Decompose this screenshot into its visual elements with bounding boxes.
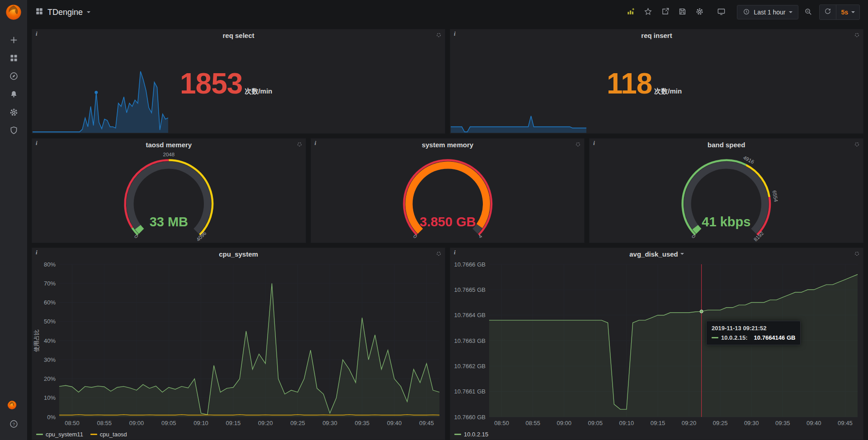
tooltip-value: 10.7664146 GB bbox=[754, 334, 796, 341]
panel-title[interactable]: cpu_system bbox=[219, 250, 258, 258]
panel-info-icon[interactable] bbox=[36, 140, 38, 147]
stat-value-group: 118 次数/min bbox=[607, 69, 682, 98]
zoom-out-icon bbox=[804, 7, 812, 17]
panel-loading-spinner-icon bbox=[436, 250, 442, 258]
panel-header-system-memory[interactable]: system memory bbox=[311, 139, 585, 150]
svg-text:0: 0 bbox=[412, 234, 418, 239]
panel-loading-spinner-icon bbox=[575, 141, 581, 149]
panel-band-speed: band speed 049166554819241 kbps bbox=[589, 138, 863, 243]
svg-text:10.7660 GB: 10.7660 GB bbox=[454, 414, 486, 421]
panel-header-taosd-memory[interactable]: taosd memery bbox=[32, 139, 306, 150]
panel-header-req-insert[interactable]: req insert bbox=[450, 29, 863, 41]
tv-mode-button[interactable] bbox=[713, 5, 729, 19]
grafana-logo[interactable] bbox=[4, 3, 23, 22]
refresh-interval-dropdown[interactable]: 5s bbox=[836, 5, 859, 19]
panel-body: 10.7660 GB10.7661 GB10.7662 GB10.7663 GB… bbox=[450, 260, 863, 440]
dashboard-grid: req select 1853 次数/min req insert bbox=[27, 24, 868, 440]
tooltip-series-name: 10.0.2.15: bbox=[721, 334, 748, 341]
svg-text:09:10: 09:10 bbox=[619, 420, 634, 426]
svg-text:09:45: 09:45 bbox=[838, 420, 853, 426]
panel-title[interactable]: system memory bbox=[422, 141, 473, 149]
time-range-picker[interactable]: Last 1 hour bbox=[737, 5, 798, 19]
save-icon bbox=[678, 7, 687, 17]
svg-text:09:35: 09:35 bbox=[775, 420, 790, 426]
sidebar-item-alerting[interactable] bbox=[5, 86, 22, 104]
navbar-actions: Last 1 hour 5s bbox=[623, 5, 860, 20]
legend-item-host[interactable]: 10.0.2.15 bbox=[454, 431, 488, 438]
sidebar-item-create[interactable] bbox=[5, 32, 22, 50]
panel-title[interactable]: taosd memery bbox=[146, 141, 192, 149]
cpu-system-line-chart[interactable]: 0%10%20%30%40%50%60%70%80%08:5008:5509:0… bbox=[32, 260, 445, 429]
panel-info-icon[interactable] bbox=[315, 140, 316, 147]
svg-text:20%: 20% bbox=[44, 375, 56, 382]
dashboard-grid-icon bbox=[35, 7, 43, 17]
panel-req-insert: req insert 118 次数/min bbox=[450, 29, 863, 134]
stat-unit: 次数/min bbox=[654, 87, 682, 96]
share-button[interactable] bbox=[657, 5, 673, 19]
time-range-label: Last 1 hour bbox=[754, 9, 785, 16]
panel-info-icon[interactable] bbox=[454, 249, 456, 256]
dashboard-settings-button[interactable] bbox=[692, 5, 707, 19]
share-icon bbox=[661, 7, 670, 17]
tooltip-series-row: 10.0.2.15: 10.7664146 GB bbox=[712, 334, 795, 341]
side-menu: ? bbox=[0, 0, 27, 440]
panel-title[interactable]: req select bbox=[222, 32, 254, 39]
svg-text:10.7664 GB: 10.7664 GB bbox=[454, 312, 486, 318]
avg-disk-used-line-chart[interactable]: 10.7660 GB10.7661 GB10.7662 GB10.7663 GB… bbox=[450, 260, 863, 429]
dashboards-icon bbox=[9, 53, 19, 65]
legend-label: 10.0.2.15 bbox=[464, 431, 488, 438]
svg-text:10.7663 GB: 10.7663 GB bbox=[454, 337, 486, 344]
svg-text:09:00: 09:00 bbox=[129, 420, 144, 426]
add-panel-icon bbox=[627, 7, 635, 17]
zoom-out-button[interactable] bbox=[800, 5, 816, 19]
add-panel-button[interactable] bbox=[623, 5, 638, 19]
sidebar-item-dashboards[interactable] bbox=[5, 50, 22, 68]
svg-text:10.7665 GB: 10.7665 GB bbox=[454, 286, 486, 293]
svg-text:09:00: 09:00 bbox=[557, 420, 571, 426]
svg-text:09:05: 09:05 bbox=[161, 420, 176, 426]
panel-title[interactable]: band speed bbox=[708, 141, 745, 149]
sidebar-item-help[interactable]: ? bbox=[5, 416, 22, 434]
svg-text:使用占比: 使用占比 bbox=[33, 329, 40, 352]
dashboard-title[interactable]: TDengine bbox=[47, 8, 83, 17]
save-button[interactable] bbox=[675, 5, 690, 19]
svg-text:2048: 2048 bbox=[163, 152, 175, 157]
panel-body: 0%10%20%30%40%50%60%70%80%08:5008:5509:0… bbox=[32, 260, 445, 440]
taosd-memory-gauge-chart: 02048409633 MB bbox=[32, 150, 306, 243]
legend-item-cpu-system11[interactable]: cpu_system11 bbox=[36, 431, 83, 438]
svg-text:10.7666 GB: 10.7666 GB bbox=[454, 261, 486, 268]
sidebar-item-profile[interactable] bbox=[5, 398, 22, 416]
svg-text:09:35: 09:35 bbox=[355, 420, 370, 426]
dashboard-picker[interactable]: TDengine bbox=[35, 7, 90, 17]
panel-header-req-select[interactable]: req select bbox=[32, 29, 445, 41]
svg-text:09:40: 09:40 bbox=[387, 420, 402, 426]
panel-header-cpu-system[interactable]: cpu_system bbox=[32, 248, 445, 260]
legend-item-cpu-taosd[interactable]: cpu_taosd bbox=[90, 431, 127, 438]
panel-body: 118 次数/min bbox=[450, 41, 863, 133]
svg-text:08:50: 08:50 bbox=[494, 420, 509, 426]
refresh-button[interactable] bbox=[820, 5, 836, 19]
panel-loading-spinner-icon bbox=[854, 141, 860, 149]
sidebar-item-configuration[interactable] bbox=[5, 104, 22, 122]
dashboard-row-3: cpu_system 0%10%20%30%40%50%60%70%80%08:… bbox=[32, 248, 863, 440]
panel-header-band-speed[interactable]: band speed bbox=[590, 139, 863, 150]
svg-text:09:10: 09:10 bbox=[193, 420, 208, 426]
svg-text:09:25: 09:25 bbox=[713, 420, 728, 426]
star-button[interactable] bbox=[640, 5, 656, 19]
panel-title[interactable]: avg_disk_used bbox=[629, 250, 678, 258]
svg-text:60%: 60% bbox=[44, 299, 56, 306]
panel-info-icon[interactable] bbox=[36, 30, 38, 37]
sidebar-item-server-admin[interactable] bbox=[5, 122, 22, 140]
user-avatar bbox=[7, 400, 20, 413]
plus-icon bbox=[9, 35, 19, 47]
panel-info-icon[interactable] bbox=[36, 249, 38, 256]
sidebar-item-explore[interactable] bbox=[5, 68, 22, 86]
panel-system-memory: system memory 043.850 GB bbox=[311, 138, 585, 243]
panel-info-icon[interactable] bbox=[454, 30, 456, 37]
panel-info-icon[interactable] bbox=[593, 140, 595, 147]
bell-icon bbox=[9, 89, 19, 101]
panel-title[interactable]: req insert bbox=[641, 32, 672, 39]
svg-text:09:45: 09:45 bbox=[419, 420, 434, 426]
panel-header-avg-disk-used[interactable]: avg_disk_used bbox=[450, 248, 863, 260]
panel-loading-spinner-icon bbox=[854, 250, 860, 258]
